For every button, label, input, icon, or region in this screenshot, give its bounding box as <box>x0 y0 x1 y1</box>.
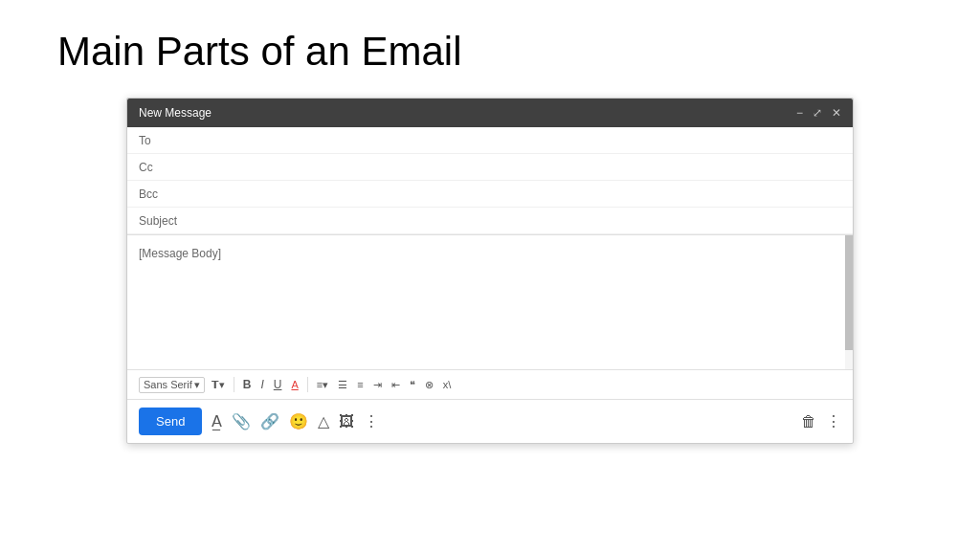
align-chevron: ▾ <box>323 379 328 391</box>
indent-icon: ⇥ <box>373 379 382 391</box>
action-right: 🗑 ⋮ <box>801 412 841 430</box>
email-window-title: New Message <box>139 106 212 120</box>
insert-photo-icon[interactable]: 🖼 <box>339 413 354 430</box>
outdent-icon: ⇤ <box>391 379 400 391</box>
window-controls: − ⤢ ✕ <box>796 107 841 119</box>
close-button[interactable]: ✕ <box>832 107 841 119</box>
toolbar-divider-1 <box>234 377 234 392</box>
minimize-button[interactable]: − <box>796 107 803 119</box>
action-row: Send A̲ 📎 🔗 🙂 △ 🖼 ⋮ 🗑 ⋮ <box>127 399 853 443</box>
attach-file-icon[interactable]: 📎 <box>232 412 251 430</box>
to-field-row: To <box>127 127 853 154</box>
email-body-area: [Message Body] <box>127 235 853 369</box>
google-drive-icon[interactable]: △ <box>318 412 329 430</box>
format-text-icon[interactable]: A̲ <box>212 412 222 430</box>
font-name: Sans Serif <box>144 379 192 390</box>
strikethrough-icon: x\ <box>443 379 452 390</box>
resize-button[interactable]: ⤢ <box>813 107 822 119</box>
bcc-field-row: Bcc <box>127 181 853 208</box>
toolbar-divider-2 <box>307 377 308 392</box>
insert-emoji-icon[interactable]: 🙂 <box>289 412 308 430</box>
bcc-label: Bcc <box>139 187 167 201</box>
font-chevron-icon: ▾ <box>194 379 200 391</box>
bcc-input[interactable] <box>167 187 841 201</box>
email-header: New Message − ⤢ ✕ <box>127 99 853 127</box>
delete-draft-icon[interactable]: 🗑 <box>801 413 816 430</box>
remove-format-button[interactable]: ⊗ <box>422 377 436 393</box>
align-button[interactable]: ≡ ▾ <box>314 377 331 393</box>
bold-button[interactable]: B <box>240 376 255 393</box>
quote-button[interactable]: ❝ <box>407 377 418 393</box>
scrollbar-track <box>845 235 853 369</box>
email-fields: To Cc Bcc Subject <box>127 127 853 235</box>
remove-format-icon: ⊗ <box>425 379 434 391</box>
scrollbar-thumb[interactable] <box>845 235 853 350</box>
to-label: To <box>139 134 167 147</box>
ordered-list-icon: ☰ <box>338 379 347 391</box>
strikethrough-button[interactable]: x\ <box>440 377 455 392</box>
page-title: Main Parts of an Email <box>57 29 923 75</box>
underline-button[interactable]: U <box>271 376 285 393</box>
page-container: Main Parts of an Email New Message − ⤢ ✕… <box>0 0 980 551</box>
cc-field-row: Cc <box>127 154 853 181</box>
font-size-chevron: ▾ <box>219 379 225 391</box>
indent-button[interactable]: ⇥ <box>370 377 385 393</box>
outdent-button[interactable]: ⇤ <box>389 377 403 393</box>
subject-label: Subject <box>139 214 167 228</box>
ordered-list-button[interactable]: ☰ <box>335 377 350 393</box>
action-left: Send A̲ 📎 🔗 🙂 △ 🖼 ⋮ <box>139 408 379 435</box>
unordered-list-button[interactable]: ≡ <box>354 377 366 392</box>
email-composer-window: New Message − ⤢ ✕ To Cc Bcc Subject <box>126 98 854 444</box>
subject-field-row: Subject <box>127 208 853 234</box>
font-color-icon: A <box>291 379 298 390</box>
more-actions-icon[interactable]: ⋮ <box>826 412 841 430</box>
cc-input[interactable] <box>167 161 841 174</box>
italic-button[interactable]: I <box>257 376 266 393</box>
more-options-icon[interactable]: ⋮ <box>364 412 379 430</box>
to-input[interactable] <box>167 134 841 147</box>
email-body-placeholder: [Message Body] <box>139 247 841 260</box>
formatting-toolbar: Sans Serif ▾ 𝗧 ▾ B I U A ≡ ▾ ☰ ≡ <box>127 369 853 399</box>
cc-label: Cc <box>139 161 167 174</box>
font-selector[interactable]: Sans Serif ▾ <box>139 377 205 393</box>
unordered-list-icon: ≡ <box>357 379 363 390</box>
font-color-button[interactable]: A <box>288 377 301 392</box>
font-size-icon: 𝗧 <box>212 379 219 391</box>
quote-icon: ❝ <box>410 379 415 391</box>
send-button[interactable]: Send <box>139 408 202 435</box>
insert-link-icon[interactable]: 🔗 <box>260 412 279 430</box>
font-size-button[interactable]: 𝗧 ▾ <box>209 377 228 393</box>
subject-input[interactable] <box>167 214 841 228</box>
